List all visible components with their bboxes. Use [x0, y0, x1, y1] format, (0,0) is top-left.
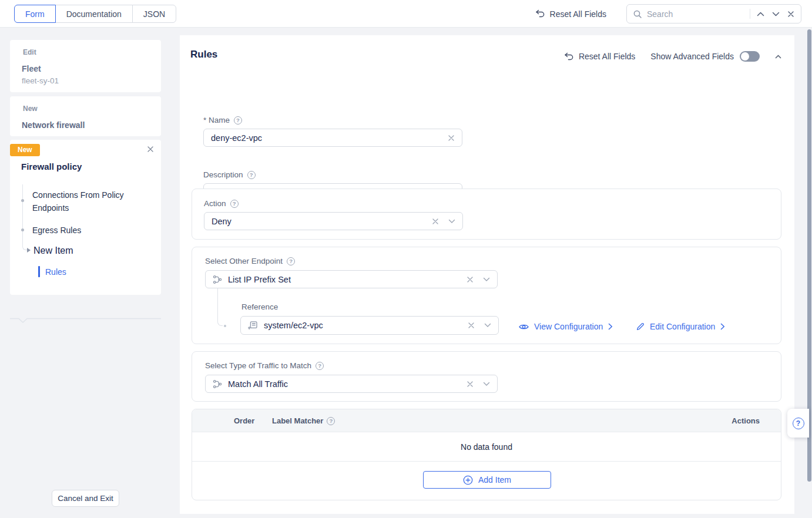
firewall-policy-card: New Firewall policy Connections From Pol…	[10, 140, 161, 295]
close-policy-card-button[interactable]	[147, 146, 154, 154]
column-label: Actions	[732, 416, 760, 425]
traffic-match-field-label: Select Type of Traffic to Match	[205, 361, 324, 370]
reset-all-fields-button-topbar[interactable]: Reset All Fields	[535, 9, 606, 19]
divider-with-notch	[10, 318, 161, 324]
search-box	[626, 4, 801, 23]
reference-document-icon	[248, 321, 258, 330]
show-advanced-fields-toggle[interactable]	[740, 51, 760, 62]
reset-all-fields-label: Reset All Fields	[550, 9, 606, 19]
network-nodes-icon	[213, 275, 222, 284]
help-icon[interactable]	[287, 257, 295, 265]
undo-icon	[564, 52, 574, 61]
app-canvas: Form Documentation JSON Reset All Fields	[0, 0, 812, 518]
action-section-card: Action Deny	[192, 189, 781, 240]
help-icon[interactable]	[234, 116, 242, 125]
search-close-button[interactable]	[783, 6, 798, 22]
card-title-fleet: Fleet	[22, 64, 149, 73]
view-configuration-label: View Configuration	[534, 322, 603, 331]
panel-header-actions: Reset All Fields Show Advanced Fields	[564, 48, 781, 65]
other-endpoint-field-label: Select Other Endpoint	[205, 257, 295, 265]
eye-icon	[519, 323, 529, 331]
tree-item-connections-from-policy-endpoints[interactable]: Connections From Policy Endpoints	[32, 189, 145, 214]
tab-documentation[interactable]: Documentation	[55, 5, 133, 23]
policy-card-title: Firewall policy	[21, 162, 82, 171]
label-text: Select Other Endpoint	[205, 257, 283, 265]
name-input-wrap	[203, 129, 462, 147]
undo-icon	[535, 9, 545, 18]
reference-select-value: system/ec2-vpc	[264, 321, 468, 330]
other-endpoint-select-value: List IP Prefix Set	[228, 275, 467, 284]
help-icon[interactable]	[327, 417, 335, 425]
search-prev-button[interactable]	[753, 6, 768, 22]
tab-json[interactable]: JSON	[132, 5, 176, 23]
card-kicker: Edit	[23, 48, 149, 56]
chevron-right-icon	[720, 323, 725, 330]
active-item-indicator	[38, 266, 40, 277]
nested-field-connector	[217, 288, 223, 326]
chevron-down-icon[interactable]	[484, 323, 491, 328]
clear-reference-icon[interactable]	[468, 322, 475, 329]
network-nodes-icon	[213, 379, 222, 389]
advanced-fields-control: Show Advanced Fields	[650, 51, 760, 62]
clear-name-icon[interactable]	[448, 134, 455, 142]
tab-form[interactable]: Form	[14, 5, 56, 23]
traffic-match-section-card: Select Type of Traffic to Match Match Al…	[192, 351, 781, 402]
reset-all-fields-button-panel[interactable]: Reset All Fields	[564, 52, 635, 61]
name-input[interactable]	[211, 133, 448, 143]
label-text: Select Type of Traffic to Match	[205, 361, 311, 370]
help-icon[interactable]	[316, 362, 324, 370]
help-icon[interactable]	[247, 171, 256, 179]
tree-connector-line	[22, 184, 27, 250]
tree-bullet	[21, 199, 24, 202]
search-next-button[interactable]	[768, 6, 783, 22]
chevron-down-icon[interactable]	[448, 219, 455, 224]
rules-form-panel: Rules Reset All Fields Show Advanced Fie…	[180, 35, 794, 514]
collapse-section-button[interactable]	[775, 55, 781, 59]
column-label: Label Matcher	[272, 416, 323, 425]
name-field-label: * Name	[203, 116, 242, 125]
breadcrumb-card-network-firewall: New Network firewall	[10, 96, 161, 136]
edit-configuration-link[interactable]: Edit Configuration	[636, 319, 725, 334]
toggle-knob	[741, 52, 749, 60]
traffic-match-select-value: Match All Traffic	[228, 379, 467, 389]
clear-endpoint-icon[interactable]	[467, 276, 474, 283]
column-header-actions: Actions	[732, 409, 760, 432]
tree-item-rules-active[interactable]: Rules	[45, 267, 66, 277]
action-field-label: Action	[204, 199, 239, 208]
column-label: Order	[234, 416, 254, 425]
traffic-match-select[interactable]: Match All Traffic	[205, 375, 498, 393]
other-endpoint-select[interactable]: List IP Prefix Set	[205, 270, 498, 288]
action-select[interactable]: Deny	[204, 212, 463, 230]
chevron-right-icon	[608, 323, 613, 330]
other-endpoint-section-card: Select Other Endpoint List IP Prefix Set…	[192, 247, 781, 344]
search-divider	[750, 9, 750, 19]
column-header-label-matcher: Label Matcher	[272, 409, 335, 432]
label-text: Action	[204, 199, 226, 208]
page-title: Rules	[190, 49, 217, 60]
tree-item-egress-rules[interactable]: Egress Rules	[32, 224, 81, 237]
chevron-down-icon[interactable]	[483, 382, 490, 386]
add-item-label: Add Item	[478, 475, 511, 485]
label-text: Reference	[241, 302, 278, 311]
cancel-and-exit-button[interactable]: Cancel and Exit	[52, 490, 119, 507]
reference-field-label: Reference	[241, 302, 278, 311]
topbar-actions: Reset All Fields	[535, 0, 801, 28]
chevron-down-icon[interactable]	[483, 277, 490, 282]
view-configuration-link[interactable]: View Configuration	[519, 319, 613, 334]
reference-select[interactable]: system/ec2-vpc	[240, 316, 499, 335]
tree-item-new-item[interactable]: New Item	[33, 245, 73, 256]
new-status-badge: New	[10, 144, 40, 156]
card-subtitle-fleet-name: fleet-sy-01	[22, 76, 149, 85]
card-kicker: New	[23, 105, 149, 113]
table-footer: Add Item	[192, 461, 781, 500]
view-tab-group: Form Documentation JSON	[14, 5, 176, 23]
help-floating-button[interactable]	[787, 409, 809, 438]
help-icon[interactable]	[230, 200, 239, 208]
clear-action-icon[interactable]	[432, 218, 439, 225]
action-select-value: Deny	[212, 217, 432, 226]
table-header-row: Order Label Matcher Actions	[192, 409, 781, 432]
search-input[interactable]	[647, 9, 747, 19]
add-item-button[interactable]: Add Item	[423, 471, 551, 489]
search-icon	[633, 9, 642, 19]
clear-traffic-icon[interactable]	[467, 381, 474, 388]
